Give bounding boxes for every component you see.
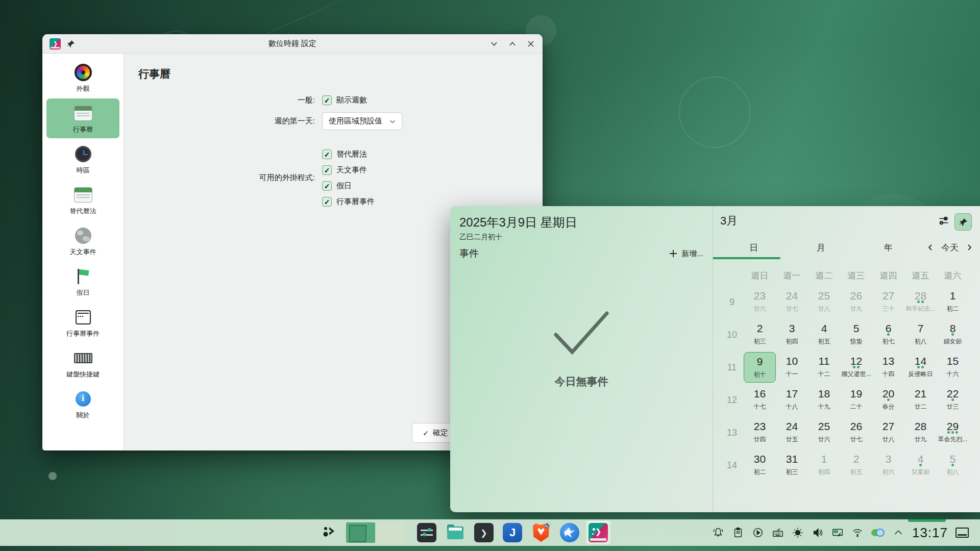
show-week-numbers-checkbox[interactable]: ✓ [322,95,332,105]
task-tweaks-app[interactable] [414,521,439,544]
first-day-dropdown[interactable]: 使用區域預設值 [322,112,402,130]
calendar-day-cell[interactable]: 23 廿六 [744,287,776,317]
calendar-day-cell[interactable]: 31 初三 [776,450,808,481]
pin-popup-button[interactable] [954,213,972,231]
calendar-day-cell[interactable]: 29 革命先烈... [937,417,969,448]
task-blue-browser[interactable] [557,521,582,544]
sidebar-item-替代曆法[interactable]: 替代曆法 [46,180,119,220]
calendar-day-cell[interactable]: 28 和平紀念... [904,287,937,317]
sidebar-item-關於[interactable]: 關於 [46,384,119,424]
plugin-row[interactable]: ✓ 行事曆事件 [322,197,375,207]
desktop-1[interactable] [346,522,375,543]
minimize-button[interactable] [491,40,498,47]
calendar-day-cell[interactable]: 3 初六 [872,450,904,481]
sidebar-item-行事曆[interactable]: 行事曆 [46,98,119,138]
calendar-day-cell[interactable]: 1 初二 [937,287,969,317]
calendar-day-cell[interactable]: 26 廿七 [840,417,872,448]
keyboard-layout-icon[interactable] [772,527,784,539]
digital-clock[interactable]: 13:17 [912,525,948,541]
task-joplin[interactable]: J [500,521,525,544]
tab-days[interactable]: 日 [720,242,788,254]
task-plasma-settings-active[interactable] [586,521,610,544]
calendar-day-cell[interactable]: 22 廿三 [937,385,969,415]
calendar-day-cell[interactable]: 2 初五 [840,450,872,481]
add-event-button[interactable]: 新增... [669,249,703,259]
calendar-day-cell[interactable]: 30 初二 [744,450,776,481]
calendar-day-cell[interactable]: 4 初五 [808,319,840,350]
sidebar-item-天文事件[interactable]: 天文事件 [46,221,119,261]
plugin-checkbox[interactable]: ✓ [322,181,332,191]
plugin-row[interactable]: ✓ 假日 [322,181,375,191]
calendar-day-cell[interactable]: 24 廿七 [776,287,808,317]
calendar-day-cell[interactable]: 24 廿五 [776,417,808,448]
calendar-day-cell[interactable]: 19 二十 [840,385,872,415]
calendar-day-cell[interactable]: 6 初七 [872,319,904,350]
clipboard-icon[interactable] [732,527,744,539]
sidebar-item-時區[interactable]: 時區 [46,139,119,179]
calendar-day-cell[interactable]: 2 初三 [744,319,776,350]
calendar-day-cell[interactable]: 11 十二 [808,352,840,383]
plugin-row[interactable]: ✓ 替代曆法 [322,149,375,159]
calendar-day-cell[interactable]: 15 十六 [937,352,969,383]
plugin-checkbox[interactable]: ✓ [322,149,332,159]
calendar-day-cell[interactable]: 23 廿四 [744,417,776,448]
virtual-desktop-pager[interactable] [346,522,405,543]
calendar-day-cell[interactable]: 3 初四 [776,319,808,350]
calendar-day-cell[interactable]: 8 婦女節 [937,319,969,350]
calendar-day-cell[interactable]: 5 惊蛰 [840,319,872,350]
plugin-checkbox[interactable]: ✓ [322,165,332,175]
previous-month-button[interactable] [927,244,934,251]
show-desktop-button[interactable] [955,528,969,538]
event-dots [840,398,872,402]
calendar-day-cell[interactable]: 26 廿九 [840,287,872,317]
sidebar-item-行事曆事件[interactable]: 行事曆事件 [46,303,119,342]
next-month-button[interactable] [966,244,973,251]
configure-icon[interactable] [938,215,949,229]
screen-sharing-icon[interactable] [831,527,844,539]
sidebar-item-鍵盤快捷鍵[interactable]: 鍵盤快捷鍵 [46,343,119,383]
calendar-day-cell[interactable]: 25 廿六 [808,417,840,448]
calendar-day-cell[interactable]: 28 廿九 [904,417,937,448]
media-player-icon[interactable] [752,527,764,539]
titlebar[interactable]: 數位時鐘 設定 [42,34,543,54]
calendar-day-cell[interactable]: 12 國父逝世... [840,352,872,383]
volume-icon[interactable] [812,527,824,539]
calendar-day-cell[interactable]: 17 十八 [776,385,808,415]
input-method-icon[interactable] [871,528,885,538]
show-week-numbers-label[interactable]: 顯示週數 [336,95,367,105]
tab-months[interactable]: 月 [788,242,855,254]
calendar-day-cell[interactable]: 10 十一 [776,352,808,383]
calendar-day-cell[interactable]: 16 十七 [744,385,776,415]
calendar-day-cell[interactable]: 7 初八 [904,319,937,350]
calendar-day-selected[interactable]: 9 初十 [744,352,776,383]
calendar-day-cell[interactable]: 18 十九 [808,385,840,415]
plugins-label: 可用的外掛程式: [138,173,322,183]
close-button[interactable] [527,40,534,47]
task-file-manager[interactable] [443,521,468,544]
calendar-day-cell[interactable]: 27 廿八 [872,417,904,448]
calendar-day-cell[interactable]: 5 初八 [937,450,969,481]
calendar-day-cell[interactable]: 4 兒童節 [904,450,937,481]
sidebar-item-假日[interactable]: 假日 [46,262,119,302]
task-terminal[interactable]: ❯ [472,521,496,544]
tab-years[interactable]: 年 [854,242,922,254]
today-button[interactable]: 今天 [941,242,959,254]
calendar-day-cell[interactable]: 1 初四 [808,450,840,481]
app-launcher-button[interactable] [322,524,337,541]
calendar-day-cell[interactable]: 20 春分 [872,385,904,415]
calendar-day-cell[interactable]: 13 十四 [872,352,904,383]
calendar-day-cell[interactable]: 25 廿八 [808,287,840,317]
maximize-button[interactable] [509,40,516,47]
wifi-icon[interactable] [851,527,864,539]
calendar-day-cell[interactable]: 27 三十 [872,287,904,317]
brightness-icon[interactable] [792,527,804,539]
plugin-row[interactable]: ✓ 天文事件 [322,165,375,175]
expand-tray-icon[interactable] [892,527,904,539]
desktop-2[interactable] [376,522,405,543]
task-brave-browser[interactable]: 🔊 [529,521,553,544]
sidebar-item-外觀[interactable]: 外觀 [46,58,119,97]
calendar-day-cell[interactable]: 21 廿二 [904,385,937,415]
plugin-checkbox[interactable]: ✓ [322,197,332,207]
calendar-day-cell[interactable]: 14 反侵略日 [904,352,937,383]
notifications-icon[interactable] [712,527,724,539]
